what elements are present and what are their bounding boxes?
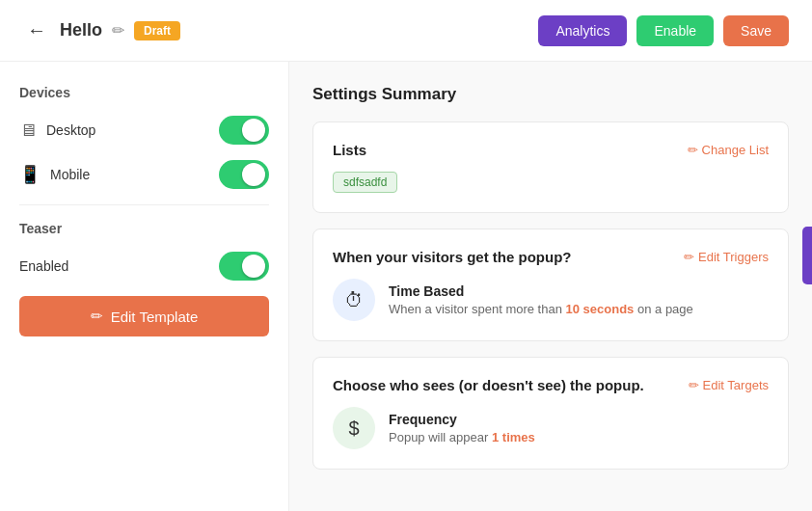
teaser-section-title: Teaser — [19, 221, 269, 236]
lists-card: Lists ✏ Change List sdfsadfd — [312, 121, 789, 213]
settings-summary-title: Settings Summary — [312, 85, 789, 104]
enable-button[interactable]: Enable — [636, 15, 714, 46]
lists-card-header: Lists ✏ Change List — [333, 142, 769, 158]
trigger-card: When your visitors get the popup? ✏ Edit… — [312, 229, 789, 341]
desktop-toggle[interactable] — [219, 116, 269, 145]
sidebar: Devices 🖥 Desktop 📱 Mobile — [0, 62, 289, 511]
edit-targets-label: Edit Targets — [703, 378, 769, 392]
divider-1 — [19, 204, 269, 205]
frequency-description: Popup will appear 1 times — [389, 430, 535, 444]
change-list-label: Change List — [702, 143, 769, 157]
draft-badge: Draft — [134, 21, 180, 40]
edit-targets-button[interactable]: ✏ Edit Targets — [689, 378, 769, 392]
scroll-indicator[interactable] — [802, 227, 812, 284]
analytics-button[interactable]: Analytics — [538, 15, 627, 46]
trigger-card-title: When your visitors get the popup? — [333, 249, 572, 265]
mobile-toggle[interactable] — [219, 160, 269, 189]
teaser-enabled-label: Enabled — [19, 258, 68, 274]
teaser-row: Enabled — [19, 252, 269, 281]
target-card-title: Choose who sees (or doesn't see) the pop… — [333, 377, 644, 393]
trigger-info: Time Based When a visitor spent more tha… — [389, 283, 693, 316]
frequency-desc-prefix: Popup will appear — [389, 430, 492, 444]
main-content: Settings Summary Lists ✏ Change List sdf… — [289, 62, 812, 511]
trigger-desc-prefix: When a visitor spent more than — [389, 302, 566, 316]
mobile-label-group: 📱 Mobile — [19, 164, 90, 185]
change-list-button[interactable]: ✏ Change List — [688, 143, 769, 157]
mobile-label: Mobile — [50, 167, 90, 182]
edit-triggers-button[interactable]: ✏ Edit Triggers — [684, 250, 769, 264]
trigger-description: When a visitor spent more than 10 second… — [389, 302, 693, 316]
save-button[interactable]: Save — [723, 15, 789, 46]
edit-targets-icon: ✏ — [689, 378, 699, 392]
frequency-icon-wrap: $ — [333, 407, 375, 449]
trigger-card-header: When your visitors get the popup? ✏ Edit… — [333, 249, 769, 265]
change-list-icon: ✏ — [688, 143, 698, 157]
layout: Devices 🖥 Desktop 📱 Mobile — [0, 62, 812, 511]
devices-section-title: Devices — [19, 85, 269, 100]
frequency-name: Frequency — [389, 412, 535, 427]
lists-card-title: Lists — [333, 142, 366, 158]
frequency-row: $ Frequency Popup will appear 1 times — [333, 407, 769, 449]
frequency-highlight: 1 times — [492, 430, 535, 444]
time-icon: ⏱ — [344, 289, 364, 311]
edit-triggers-icon: ✏ — [684, 250, 694, 264]
trigger-highlight: 10 seconds — [566, 302, 635, 316]
target-card-header: Choose who sees (or doesn't see) the pop… — [333, 377, 769, 393]
frequency-info: Frequency Popup will appear 1 times — [389, 412, 535, 444]
header: ← Hello ✏ Draft Analytics Enable Save — [0, 0, 812, 62]
trigger-row: ⏱ Time Based When a visitor spent more t… — [333, 279, 769, 321]
edit-template-label: Edit Template — [111, 309, 199, 325]
mobile-row: 📱 Mobile — [19, 160, 269, 189]
header-actions: Analytics Enable Save — [538, 15, 789, 46]
page-title: Hello — [60, 20, 102, 40]
desktop-row: 🖥 Desktop — [19, 116, 269, 145]
header-left: ← Hello ✏ Draft — [23, 15, 180, 45]
desktop-label: Desktop — [46, 122, 95, 138]
list-tag: sdfsadfd — [333, 172, 397, 193]
teaser-enabled-label-group: Enabled — [19, 258, 68, 274]
teaser-toggle[interactable] — [219, 252, 269, 281]
frequency-icon: $ — [348, 417, 359, 440]
trigger-desc-suffix: on a page — [634, 302, 692, 316]
back-button[interactable]: ← — [23, 15, 50, 45]
edit-template-icon: ✏ — [91, 308, 103, 325]
desktop-label-group: 🖥 Desktop — [19, 121, 95, 141]
edit-title-icon[interactable]: ✏ — [112, 21, 124, 40]
edit-triggers-label: Edit Triggers — [698, 250, 769, 264]
target-card: Choose who sees (or doesn't see) the pop… — [312, 357, 789, 470]
trigger-icon-wrap: ⏱ — [333, 279, 375, 321]
mobile-icon: 📱 — [19, 164, 41, 185]
trigger-name: Time Based — [389, 283, 693, 299]
edit-template-button[interactable]: ✏ Edit Template — [19, 296, 269, 336]
desktop-icon: 🖥 — [19, 121, 37, 141]
